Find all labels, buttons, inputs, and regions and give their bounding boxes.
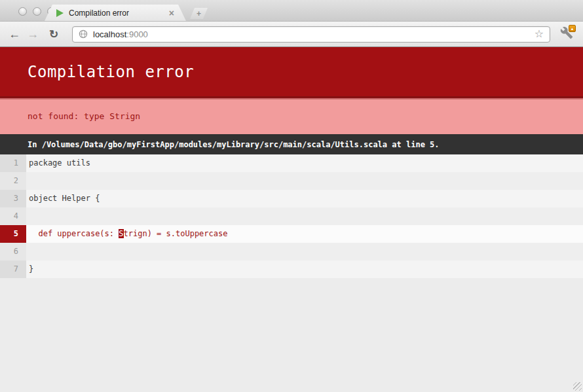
- line-text: [26, 172, 583, 190]
- tab-strip: Compilation error × +: [0, 0, 583, 21]
- error-message: not found: type Strign: [28, 111, 140, 121]
- error-location: In /Volumes/Data/gbo/myFirstApp/modules/…: [28, 140, 440, 149]
- line-number: 6: [0, 243, 26, 260]
- back-icon: ←: [9, 27, 20, 41]
- line-number: 2: [0, 172, 26, 190]
- line-text: package utils: [26, 154, 583, 172]
- code-line: 7 }: [0, 260, 583, 278]
- line-text: object Helper {: [26, 190, 583, 207]
- play-framework-favicon-icon: [56, 9, 64, 17]
- forward-button[interactable]: →: [25, 26, 41, 43]
- tab-title: Compilation error: [69, 9, 129, 18]
- code-line: 6: [0, 243, 583, 260]
- url-text[interactable]: localhost:9000: [93, 29, 148, 39]
- tab-compilation-error[interactable]: Compilation error ×: [45, 5, 186, 21]
- forward-icon: →: [27, 27, 39, 41]
- address-bar[interactable]: localhost:9000 ☆: [72, 26, 550, 43]
- page-title: Compilation error: [28, 63, 194, 81]
- new-tab-button[interactable]: +: [190, 8, 208, 19]
- browser-toolbar: ← → ↻ localhost:9000 ☆: [0, 21, 583, 47]
- line-text: [26, 243, 583, 260]
- new-tab-icon: +: [197, 9, 201, 18]
- line-text: }: [26, 260, 583, 278]
- browser-menu-button[interactable]: ▲: [557, 25, 576, 43]
- window-minimize-button[interactable]: [33, 7, 41, 16]
- line-number: 5: [0, 225, 26, 243]
- code-line: 1 package utils: [0, 154, 583, 172]
- error-highlight: S: [119, 229, 123, 238]
- code-line: 4: [0, 207, 583, 225]
- window-resize-grip[interactable]: [573, 382, 582, 391]
- line-text: def uppercase(s: Strign) = s.toUppercase: [26, 225, 583, 243]
- globe-icon: [79, 29, 88, 39]
- source-code-listing: 1 package utils 2 3 object Helper { 4 5 …: [0, 154, 583, 278]
- line-text: [26, 207, 583, 225]
- line-number: 1: [0, 154, 26, 172]
- code-line-error: 5 def uppercase(s: Strign) = s.toUpperca…: [0, 225, 583, 243]
- code-before-error: def uppercase(s:: [29, 229, 119, 238]
- reload-button[interactable]: ↻: [46, 26, 62, 43]
- url-host: localhost: [93, 29, 126, 39]
- error-location-bar: In /Volumes/Data/gbo/myFirstApp/modules/…: [0, 134, 583, 154]
- browser-window: Compilation error × + ← → ↻ localhost:9: [0, 0, 583, 392]
- code-line: 3 object Helper {: [0, 190, 583, 207]
- url-port: :9000: [126, 29, 148, 39]
- bookmark-star-icon[interactable]: ☆: [535, 29, 544, 39]
- page-background: [0, 278, 583, 392]
- error-title-banner: Compilation error: [0, 47, 583, 98]
- tab-close-icon[interactable]: ×: [169, 9, 174, 18]
- line-number: 3: [0, 190, 26, 207]
- update-badge: ▲: [569, 25, 576, 32]
- window-close-button[interactable]: [18, 7, 27, 16]
- line-number: 4: [0, 207, 26, 225]
- line-number: 7: [0, 260, 26, 278]
- reload-icon: ↻: [49, 27, 58, 41]
- back-button[interactable]: ←: [7, 26, 22, 43]
- code-after-error: trign) = s.toUppercase: [124, 229, 228, 238]
- code-line: 2: [0, 172, 583, 190]
- update-arrow-icon: ▲: [571, 27, 574, 31]
- error-message-banner: not found: type Strign: [0, 98, 583, 134]
